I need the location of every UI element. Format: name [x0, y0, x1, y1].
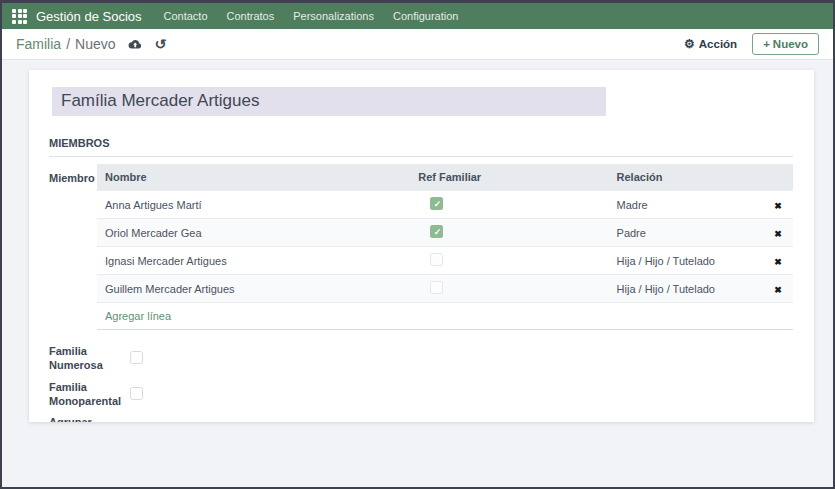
menu-contacto[interactable]: Contacto [164, 10, 208, 22]
form-sheet: Família Mercader Artigues MIEMBROS Miemb… [29, 70, 814, 422]
familia-monoparental-checkbox[interactable] [130, 387, 143, 400]
record-title: Família Mercader Artigues [52, 87, 793, 116]
col-header-ref-familiar[interactable]: Ref Familiar [410, 164, 608, 190]
gear-icon: ⚙ [684, 37, 695, 51]
member-name[interactable]: Anna Artigues Martí [97, 193, 410, 217]
ref-familiar-checkbox[interactable] [430, 253, 443, 266]
control-panel: Familia / Nuevo ↺ ⚙ Acción +Nuevo [2, 29, 833, 60]
familia-numerosa-field: Familia Numerosa [49, 345, 793, 371]
member-relacion[interactable]: Padre [609, 221, 763, 245]
menu-personalizations[interactable]: Personalizations [293, 10, 374, 22]
action-button[interactable]: ⚙ Acción [684, 37, 737, 51]
ref-familiar-checkbox[interactable] [430, 281, 443, 294]
family-name-field[interactable]: Família Mercader Artigues [52, 87, 606, 116]
breadcrumb-separator: / [66, 36, 70, 52]
member-relacion[interactable]: Madre [609, 193, 763, 217]
plus-icon: + [763, 38, 770, 50]
control-panel-right: ⚙ Acción +Nuevo [684, 33, 819, 55]
member-name[interactable]: Guillem Mercader Artigues [97, 277, 410, 301]
member-name[interactable]: Oriol Mercader Gea [97, 221, 410, 245]
familia-monoparental-field: Familia Monoparental [49, 381, 793, 407]
breadcrumb-current: Nuevo [75, 36, 115, 52]
new-button[interactable]: +Nuevo [752, 33, 819, 55]
member-name[interactable]: Ignasi Mercader Artigues [97, 249, 410, 273]
breadcrumb: Familia / Nuevo ↺ [16, 36, 166, 52]
miembro-field-label: Miembro [49, 164, 97, 330]
ref-familiar-checkbox[interactable] [430, 197, 443, 210]
section-miembros-title: MIEMBROS [49, 137, 793, 157]
top-navbar: Gestión de Socios Contacto Contratos Per… [2, 3, 833, 29]
col-header-actions [763, 164, 793, 190]
member-relacion[interactable]: Hija / Hijo / Tutelado [609, 249, 763, 273]
miembro-field-row: Miembro Nombre Ref Familiar Relación Ann… [49, 164, 793, 330]
ref-familiar-checkbox[interactable] [430, 225, 443, 238]
delete-row-icon[interactable]: ✖ [774, 257, 782, 267]
menu-configuration[interactable]: Configuration [393, 10, 458, 22]
table-row[interactable]: Anna Artigues Martí Madre ✖ [97, 190, 793, 218]
familia-monoparental-label: Familia Monoparental [49, 381, 130, 407]
col-header-relacion[interactable]: Relación [609, 164, 763, 190]
app-window: Gestión de Socios Contacto Contratos Per… [0, 0, 835, 489]
action-label: Acción [699, 38, 737, 50]
new-button-label: Nuevo [773, 38, 808, 50]
delete-row-icon[interactable]: ✖ [774, 229, 782, 239]
breadcrumb-familia-link[interactable]: Familia [16, 36, 61, 52]
familia-numerosa-label: Familia Numerosa [49, 345, 130, 371]
col-header-nombre[interactable]: Nombre [97, 164, 410, 190]
content-area: Família Mercader Artigues MIEMBROS Miemb… [2, 60, 833, 487]
agrupar-facturas-field: Agrupar Facturas? [49, 416, 793, 422]
discard-icon[interactable]: ↺ [154, 38, 166, 50]
add-line-link[interactable]: Agregar línea [97, 302, 793, 330]
members-table-header: Nombre Ref Familiar Relación [97, 164, 793, 190]
agrupar-facturas-label: Agrupar Facturas? [49, 416, 130, 422]
menu-contratos[interactable]: Contratos [227, 10, 275, 22]
save-cloud-icon[interactable] [128, 38, 142, 51]
member-relacion[interactable]: Hija / Hijo / Tutelado [609, 277, 763, 301]
delete-row-icon[interactable]: ✖ [774, 285, 782, 295]
table-row[interactable]: Guillem Mercader Artigues Hija / Hijo / … [97, 274, 793, 302]
delete-row-icon[interactable]: ✖ [774, 201, 782, 211]
table-row[interactable]: Ignasi Mercader Artigues Hija / Hijo / T… [97, 246, 793, 274]
familia-numerosa-checkbox[interactable] [130, 351, 143, 364]
members-table: Nombre Ref Familiar Relación Anna Artigu… [97, 164, 793, 330]
table-row[interactable]: Oriol Mercader Gea Padre ✖ [97, 218, 793, 246]
app-title[interactable]: Gestión de Socios [36, 9, 142, 24]
apps-grid-icon[interactable] [12, 9, 27, 24]
